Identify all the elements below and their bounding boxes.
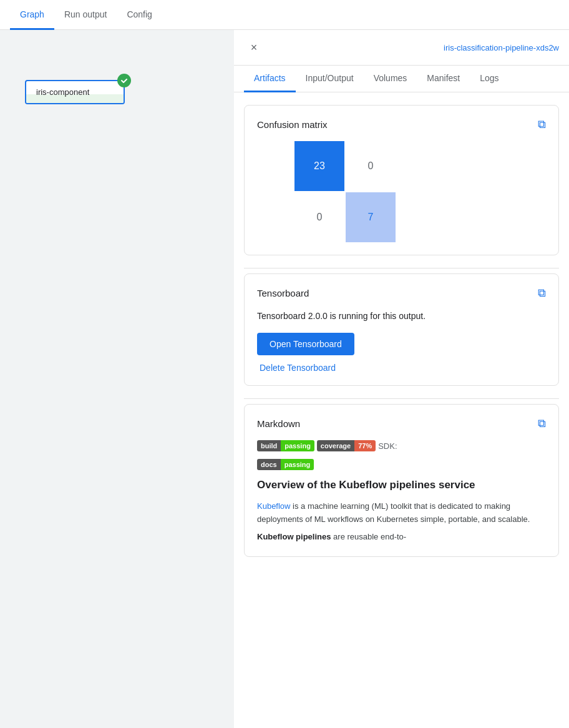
kubeflow-pipelines-bold: Kubeflow pipelines <box>257 532 331 541</box>
panel-header: × iris-classification-pipeline-xds2w <box>234 30 569 66</box>
badge-row: build passing coverage 77% SDK: <box>257 440 546 451</box>
build-passing-badge: build passing <box>257 440 314 451</box>
delete-tensorboard-link[interactable]: Delete Tensorboard <box>260 363 336 373</box>
panel-content: Confusion matrix ⧉ 23 0 0 7 Tensorboard … <box>234 92 569 582</box>
cm-cell-0-1: 0 <box>346 141 396 191</box>
panel-tab-input-output[interactable]: Input/Output <box>296 66 364 92</box>
tensorboard-title: Tensorboard <box>257 288 309 298</box>
markdown-external-link-icon[interactable]: ⧉ <box>538 417 546 430</box>
panel-tab-volumes[interactable]: Volumes <box>364 66 417 92</box>
tensorboard-external-link-icon[interactable]: ⧉ <box>538 287 546 300</box>
cm-cell-1-1: 7 <box>346 192 396 242</box>
confusion-matrix-title-row: Confusion matrix ⧉ <box>257 118 546 131</box>
cm-cell-0-0: 23 <box>294 141 344 191</box>
coverage-badge: coverage 77% <box>317 440 376 451</box>
pipeline-id-label: iris-classification-pipeline-xds2w <box>444 43 559 52</box>
markdown-title: Markdown <box>257 418 300 429</box>
confusion-matrix-title: Confusion matrix <box>257 119 328 130</box>
panel-tab-manifest[interactable]: Manifest <box>417 66 470 92</box>
tensorboard-title-row: Tensorboard ⧉ <box>257 287 546 300</box>
tab-graph[interactable]: Graph <box>10 0 54 30</box>
panel-tabs: Artifacts Input/Output Volumes Manifest … <box>234 66 569 92</box>
main-layout: iris-component × iris-classification-pip… <box>0 30 569 728</box>
coverage-badge-left: coverage <box>317 440 354 451</box>
kubeflow-link[interactable]: Kubeflow <box>257 501 290 511</box>
confusion-matrix-grid: 23 0 0 7 <box>294 141 396 242</box>
divider-2 <box>244 398 559 399</box>
tensorboard-card: Tensorboard ⧉ Tensorboard 2.0.0 is runni… <box>244 273 559 386</box>
graph-node-check-icon <box>117 74 131 87</box>
docs-badge-right: passing <box>281 459 314 470</box>
panel-tab-artifacts[interactable]: Artifacts <box>244 66 296 92</box>
sdk-label: SDK: <box>378 441 397 451</box>
graph-panel: iris-component <box>0 30 234 728</box>
panel-tab-logs[interactable]: Logs <box>470 66 508 92</box>
graph-node-label: iris-component <box>36 87 89 97</box>
markdown-paragraph-1: Kubeflow is a machine learning (ML) tool… <box>257 500 546 526</box>
docs-badge-row: docs passing <box>257 459 546 470</box>
open-tensorboard-button[interactable]: Open Tensorboard <box>257 333 354 355</box>
cm-cell-1-0: 0 <box>294 192 344 242</box>
markdown-title-row: Markdown ⧉ <box>257 417 546 430</box>
build-badge-right: passing <box>281 440 314 451</box>
graph-node-iris-component[interactable]: iris-component <box>25 80 125 104</box>
tensorboard-description: Tensorboard 2.0.0 is running for this ou… <box>257 310 546 323</box>
docs-badge-left: docs <box>257 459 281 470</box>
top-tabs-bar: Graph Run output Config <box>0 0 569 30</box>
divider-1 <box>244 268 559 268</box>
build-badge-left: build <box>257 440 281 451</box>
markdown-heading: Overview of the Kubeflow pipelines servi… <box>257 478 546 493</box>
coverage-badge-right: 77% <box>354 440 376 451</box>
close-button[interactable]: × <box>244 37 264 57</box>
markdown-card: Markdown ⧉ build passing coverage 77% SD… <box>244 404 559 557</box>
docs-passing-badge: docs passing <box>257 459 314 470</box>
tab-config[interactable]: Config <box>117 0 162 30</box>
markdown-paragraph-2: Kubeflow pipelines are reusable end-to- <box>257 531 546 544</box>
tab-run-output[interactable]: Run output <box>54 0 117 30</box>
confusion-matrix-card: Confusion matrix ⧉ 23 0 0 7 <box>244 105 559 255</box>
right-panel: × iris-classification-pipeline-xds2w Art… <box>234 30 569 728</box>
confusion-matrix-external-link-icon[interactable]: ⧉ <box>538 118 546 131</box>
